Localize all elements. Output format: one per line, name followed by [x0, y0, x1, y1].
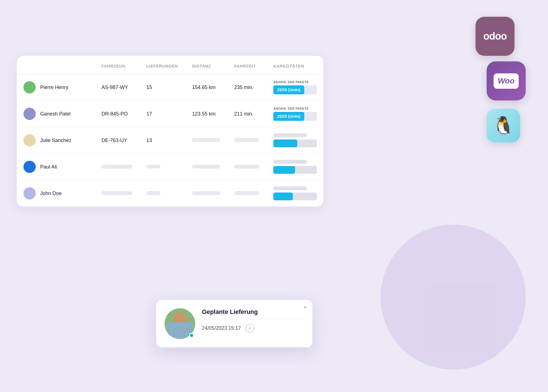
fahrzeit-cell-0: 235 min.	[228, 74, 267, 101]
odoo-label: odoo	[483, 30, 507, 42]
capacity-bar-1: 25/35 (Units)	[273, 112, 304, 121]
popup-avatar-wrap	[165, 308, 195, 339]
driver-name-2: Julie Sanchez	[40, 138, 71, 143]
popup-close-button[interactable]: ×	[303, 304, 307, 310]
woo-inner-badge: Woo	[494, 73, 519, 89]
placeholder-skel-bar-4	[273, 193, 317, 200]
kapazitaet-cell-2	[267, 127, 324, 154]
table-row: Julie SanchezDE-763-UY13	[17, 127, 324, 154]
placeholder	[146, 191, 160, 195]
lieferungen-cell-2: 13	[140, 127, 185, 154]
bird-app-icon[interactable]: 🐧	[487, 109, 520, 142]
placeholder	[102, 165, 132, 169]
kapazitaet-cell-4	[267, 180, 324, 207]
kapazitaet-cell-3	[267, 154, 324, 180]
driver-info-3: Paul Ali	[23, 161, 88, 173]
table-header-row: FAHRZEUG LIEFERUNGEN DISTANZ FAHRZEIT KA…	[17, 56, 324, 74]
fahrzeug-cell-4	[95, 180, 140, 207]
online-indicator	[189, 333, 194, 338]
avatar-dot-0	[23, 81, 36, 93]
avatar-dot-2	[23, 134, 36, 146]
table-row: Paul Ali	[17, 154, 324, 180]
avatar-dot-4	[23, 187, 36, 199]
lieferungen-cell-1: 17	[140, 101, 185, 127]
fahrzeug-cell-1: DR-845-PO	[95, 101, 140, 127]
kapazitaet-cell-1: ANZAHL DER PAKETE25/35 (Units)	[267, 101, 324, 127]
placeholder	[234, 165, 259, 169]
woo-label: Woo	[498, 76, 515, 85]
main-table-card: FAHRZEUG LIEFERUNGEN DISTANZ FAHRZEIT KA…	[17, 56, 324, 206]
avatar-dot-1	[23, 108, 36, 120]
popup-date-row: 24/05/2023 15:17 ✓	[202, 324, 304, 333]
fahrzeit-cell-4	[228, 180, 267, 207]
placeholder	[192, 138, 220, 142]
table-row: Ganesh PatelDR-845-PO17123.55 km211 min.…	[17, 101, 324, 127]
driver-info-2: Julie Sanchez	[23, 134, 88, 146]
popup-check-icon[interactable]: ✓	[245, 324, 254, 333]
placeholder-bar-fill-2	[273, 140, 297, 147]
driver-cell-4: John Doe	[17, 180, 95, 207]
lieferungen-cell-0: 15	[140, 74, 185, 101]
col-driver	[17, 56, 95, 74]
col-distanz: DISTANZ	[185, 56, 228, 74]
kapazitaet-label-1: ANZAHL DER PAKETE	[273, 107, 317, 110]
kapazitaet-label-0: ANZAHL DER PAKETE	[273, 80, 317, 84]
placeholder-skel-label-4	[273, 186, 307, 190]
distanz-cell-0: 154.65 km	[185, 74, 228, 101]
delivery-table: FAHRZEUG LIEFERUNGEN DISTANZ FAHRZEIT KA…	[17, 56, 324, 206]
distanz-cell-1: 123.55 km	[185, 101, 228, 127]
fahrzeit-cell-1: 211 min.	[228, 101, 267, 127]
decorative-circle	[381, 225, 526, 370]
placeholder	[102, 191, 132, 195]
person-arms	[166, 322, 194, 330]
placeholder-skel-bar-3	[273, 166, 317, 174]
placeholder-skel-bar-2	[273, 140, 317, 147]
table-row: John Doe	[17, 180, 324, 207]
placeholder	[234, 138, 259, 142]
col-kapazitaeten: KAPAZITÄTEN	[267, 56, 324, 74]
avatar-dot-3	[23, 161, 36, 173]
table-row: Pierre HenryAS-987-WY15154.65 km235 min.…	[17, 74, 324, 101]
fahrzeug-cell-0: AS-987-WY	[95, 74, 140, 101]
driver-name-0: Pierre Henry	[40, 85, 68, 90]
placeholder-bar-fill-4	[273, 193, 293, 200]
fahrzeit-cell-3	[228, 154, 267, 180]
col-fahrzeug: FAHRZEUG	[95, 56, 140, 74]
driver-name-4: John Doe	[40, 191, 62, 196]
placeholder-bar-fill-3	[273, 166, 295, 174]
driver-info-1: Ganesh Patel	[23, 108, 88, 120]
popup-divider	[202, 319, 304, 319]
driver-info-0: Pierre Henry	[23, 81, 88, 93]
fahrzeug-cell-2: DE-763-UY	[95, 127, 140, 154]
driver-name-3: Paul Ali	[40, 164, 57, 170]
placeholder-skel-label-2	[273, 133, 307, 137]
kapazitaet-cell-0: ANZAHL DER PAKETE25/35 (Units)	[267, 74, 324, 101]
placeholder	[234, 191, 259, 195]
driver-info-4: John Doe	[23, 187, 88, 199]
odoo-app-icon[interactable]: odoo	[475, 17, 515, 56]
placeholder	[192, 191, 220, 195]
driver-cell-1: Ganesh Patel	[17, 101, 95, 127]
placeholder	[146, 165, 160, 169]
woo-app-icon[interactable]: Woo	[487, 61, 526, 100]
driver-cell-3: Paul Ali	[17, 154, 95, 180]
placeholder	[192, 165, 220, 169]
fahrzeit-cell-2	[228, 127, 267, 154]
distanz-cell-4	[185, 180, 228, 207]
bird-emoji: 🐧	[492, 115, 515, 136]
fahrzeug-cell-3	[95, 154, 140, 180]
driver-name-1: Ganesh Patel	[40, 111, 71, 117]
capacity-bar-0: 25/35 (Units)	[273, 85, 304, 94]
delivery-popup: Geplante Lieferung 24/05/2023 15:17 ✓ ×	[156, 300, 312, 347]
capacity-bar-wrap-1: 25/35 (Units)	[273, 112, 317, 121]
driver-cell-2: Julie Sanchez	[17, 127, 95, 154]
popup-title: Geplante Lieferung	[202, 308, 304, 316]
lieferungen-cell-4	[140, 180, 185, 207]
popup-content: Geplante Lieferung 24/05/2023 15:17 ✓	[202, 308, 304, 333]
col-lieferungen: LIEFERUNGEN	[140, 56, 185, 74]
capacity-bar-wrap-0: 25/35 (Units)	[273, 85, 317, 94]
distanz-cell-2	[185, 127, 228, 154]
distanz-cell-3	[185, 154, 228, 180]
placeholder-skel-label-3	[273, 160, 307, 164]
col-fahrzeit: FAHRZEIT	[228, 56, 267, 74]
